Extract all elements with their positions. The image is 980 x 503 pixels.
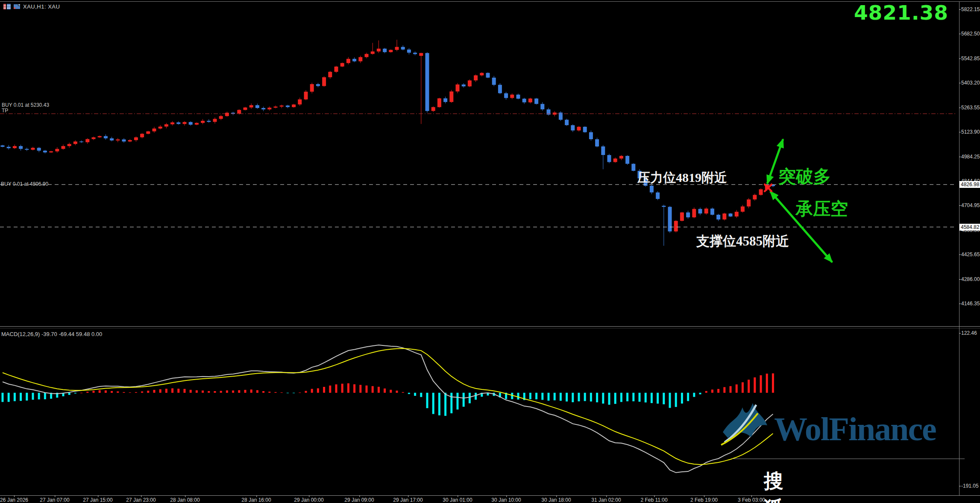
price-axis[interactable]: 5822.155682.505542.855403.205263.555123.…: [959, 0, 980, 495]
macd-scale-label: -191.05: [961, 483, 979, 489]
resistance-annotation: 压力位4819附近: [637, 169, 727, 187]
symbol-title: XAU,H1: XAU: [23, 3, 60, 10]
time-tick-label: 30 Jan 18:00: [541, 497, 571, 503]
order-tp-text: BUY 0.01 at 5230.43: [2, 102, 49, 108]
watermark-divider: [732, 459, 965, 459]
price-tick-label: 5123.90: [961, 129, 980, 135]
time-tick-label: 29 Jan 00:00: [294, 497, 323, 503]
macd-scale-label: 122.46: [961, 330, 977, 336]
quotes-table-icon: [3, 4, 11, 9]
time-axis[interactable]: 26 Jan 202627 Jan 07:0027 Jan 15:0027 Ja…: [0, 496, 980, 503]
panel-splitter[interactable]: [0, 326, 980, 327]
price-tick-label: 5542.85: [961, 56, 980, 61]
breakout-long-annotation: 突破多: [778, 165, 831, 188]
macd-signal-line: [3, 348, 773, 465]
price-tick-label: 4425.65: [961, 252, 980, 257]
time-tick-label: 29 Jan 17:00: [393, 497, 423, 503]
time-tick-label: 30 Jan 10:00: [491, 497, 521, 503]
brand-watermark: WolFinance: [774, 410, 936, 448]
price-tick-label: 5403.20: [961, 80, 980, 86]
price-level-label: 4826.98: [959, 181, 980, 188]
chart-type-icon: [13, 4, 21, 9]
time-tick-label: 27 Jan 15:00: [83, 497, 112, 503]
pressure-short-annotation: 承压空: [795, 197, 848, 221]
macd-histogram-series: [2, 373, 774, 415]
time-tick-label: 28 Jan 16:00: [241, 497, 271, 503]
order-tp-label: BUY 0.01 at 5230.43 TP: [2, 102, 49, 114]
time-tick-label: 26 Jan 2026: [0, 497, 28, 503]
time-tick-label: 2 Feb 11:00: [640, 497, 667, 503]
time-tick-label: 2 Feb 19:00: [690, 497, 718, 503]
price-tick-label: 5822.15: [961, 6, 980, 12]
order-tp-sub: TP: [2, 108, 49, 114]
time-tick-label: 29 Jan 09:00: [344, 497, 374, 503]
panel-splitter-shadow: [0, 328, 980, 328]
macd-indicator-label: MACD(12,26,9) -39.70 -69.44 59.48 0.00: [1, 331, 102, 337]
candlestick-series: [1, 40, 775, 246]
time-tick-label: 31 Jan 02:00: [591, 497, 621, 503]
price-tick-label: 4146.35: [961, 301, 980, 307]
wolf-logo-icon: [720, 401, 777, 447]
price-tick-label: 5263.55: [961, 105, 980, 111]
price-tick-label: 4704.95: [961, 202, 980, 208]
current-price-display: 4821.38: [854, 1, 948, 24]
time-tick-label: 3 Feb 03:00: [738, 497, 765, 503]
price-level-label: 4584.82: [959, 224, 980, 231]
price-tick-label: 5682.50: [961, 31, 980, 37]
price-tick-label: 4984.25: [961, 154, 980, 160]
time-tick-label: 27 Jan 23:00: [126, 497, 156, 503]
time-tick-label: 28 Jan 08:00: [170, 497, 200, 503]
price-tick-label: 4286.00: [961, 276, 980, 282]
support-annotation: 支撑位4585附近: [696, 232, 789, 250]
mt4-chart-window: XAU,H1: XAU 4821.38 BUY 0.01 at 5230.43 …: [0, 0, 980, 503]
macd-main-line: [3, 345, 773, 473]
chart-title-bar: XAU,H1: XAU: [3, 3, 60, 10]
time-tick-label: 30 Jan 01:00: [443, 497, 472, 503]
time-tick-label: 27 Jan 07:00: [40, 497, 69, 503]
